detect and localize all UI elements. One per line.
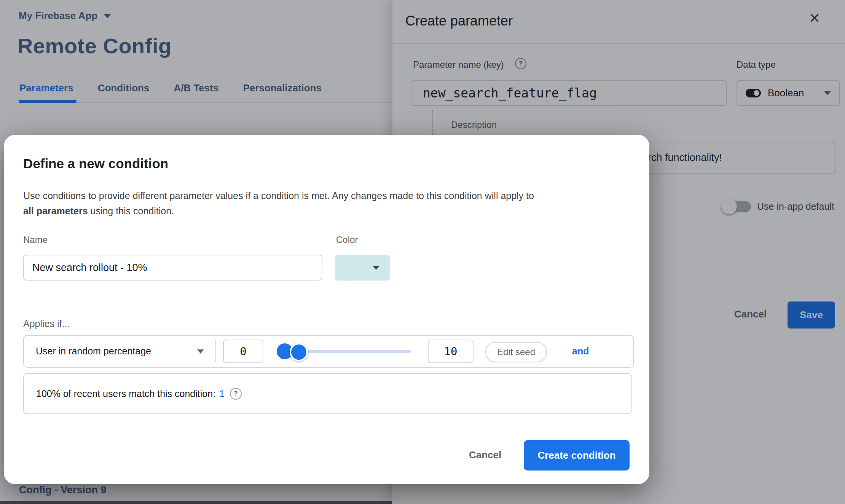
match-info-text: 100% of recent users match this conditio…	[36, 388, 215, 399]
match-help-icon[interactable]: ?	[230, 388, 242, 400]
condition-type-select[interactable]: User in random percentage	[36, 346, 151, 357]
match-info-box: 100% of recent users match this conditio…	[23, 373, 632, 414]
create-condition-button[interactable]: Create condition	[524, 440, 630, 471]
description-bold: all parameters	[23, 206, 88, 216]
percent-max-input[interactable]: 10	[428, 340, 474, 363]
and-condition-link[interactable]: and	[572, 346, 589, 357]
applies-if-label: Applies if...	[23, 318, 70, 329]
edit-seed-button[interactable]: Edit seed	[485, 342, 547, 362]
color-label: Color	[336, 234, 358, 245]
divider	[215, 340, 216, 362]
define-condition-dialog: Define a new condition Use conditions to…	[4, 135, 649, 484]
condition-name-input[interactable]: New search rollout - 10%	[23, 255, 322, 281]
dialog-description: Use conditions to provide different para…	[23, 188, 617, 219]
condition-rule-row: User in random percentage 0 10 Edit seed…	[23, 335, 634, 368]
color-dropdown[interactable]	[335, 255, 390, 281]
percent-min-input[interactable]: 0	[223, 340, 263, 363]
match-info-value: 1	[219, 388, 225, 399]
dialog-cancel-button[interactable]: Cancel	[469, 449, 501, 461]
firebase-remote-config-screen: My Firebase App Remote Config Parameters…	[0, 0, 845, 504]
dialog-title: Define a new condition	[23, 156, 168, 171]
name-label: Name	[23, 234, 48, 245]
chevron-down-icon[interactable]	[197, 349, 204, 354]
slider-handle-max[interactable]	[290, 343, 308, 361]
chevron-down-icon	[373, 266, 379, 270]
description-line2: all parameters using this condition.	[23, 203, 617, 219]
description-line1: Use conditions to provide different para…	[23, 188, 617, 203]
description-rest: using this condition.	[88, 206, 174, 216]
